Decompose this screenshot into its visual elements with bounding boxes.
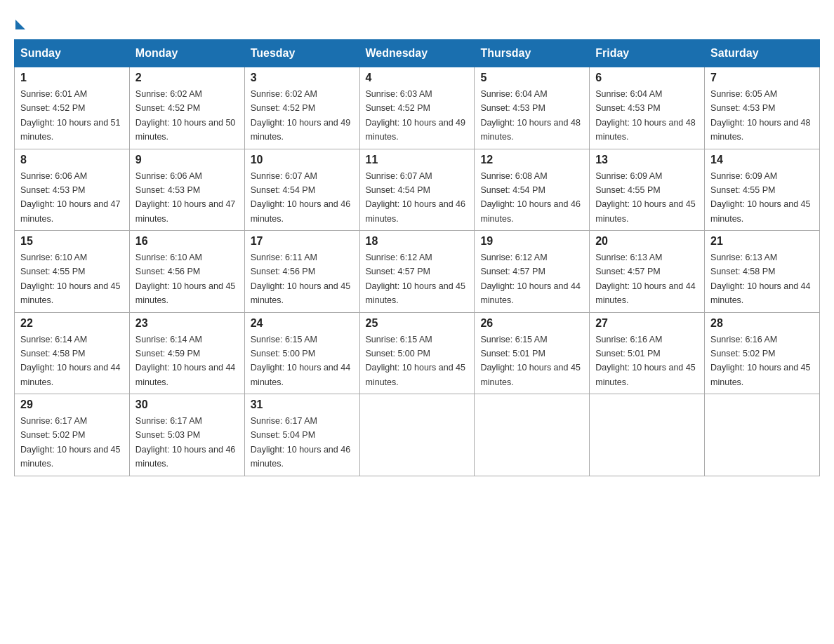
calendar-week-1: 1 Sunrise: 6:01 AMSunset: 4:52 PMDayligh… [15, 67, 820, 149]
day-info: Sunrise: 6:09 AMSunset: 4:55 PMDaylight:… [595, 171, 695, 224]
calendar-day-cell: 25 Sunrise: 6:15 AMSunset: 5:00 PMDaylig… [359, 312, 475, 394]
calendar-table: SundayMondayTuesdayWednesdayThursdayFrid… [14, 39, 820, 476]
day-info: Sunrise: 6:15 AMSunset: 5:00 PMDaylight:… [366, 335, 465, 387]
day-info: Sunrise: 6:13 AMSunset: 4:57 PMDaylight:… [595, 253, 695, 305]
day-info: Sunrise: 6:12 AMSunset: 4:57 PMDaylight:… [480, 253, 580, 305]
day-info: Sunrise: 6:03 AMSunset: 4:52 PMDaylight:… [366, 89, 465, 142]
calendar-day-cell: 6 Sunrise: 6:04 AMSunset: 4:53 PMDayligh… [590, 67, 705, 149]
header-saturday: Saturday [705, 40, 820, 67]
day-number: 25 [366, 317, 469, 330]
header-sunday: Sunday [15, 40, 130, 67]
day-info: Sunrise: 6:11 AMSunset: 4:56 PMDaylight:… [251, 253, 350, 305]
day-info: Sunrise: 6:10 AMSunset: 4:56 PMDaylight:… [135, 253, 235, 305]
header-monday: Monday [129, 40, 244, 67]
day-info: Sunrise: 6:07 AMSunset: 4:54 PMDaylight:… [251, 171, 350, 224]
calendar-day-cell: 14 Sunrise: 6:09 AMSunset: 4:55 PMDaylig… [705, 149, 820, 231]
day-number: 2 [135, 72, 239, 84]
day-info: Sunrise: 6:10 AMSunset: 4:55 PMDaylight:… [20, 253, 120, 305]
day-info: Sunrise: 6:12 AMSunset: 4:57 PMDaylight:… [366, 253, 465, 305]
day-number: 8 [20, 154, 124, 166]
day-number: 11 [366, 154, 469, 166]
day-number: 18 [366, 235, 469, 248]
day-number: 16 [135, 235, 239, 248]
calendar-day-cell: 15 Sunrise: 6:10 AMSunset: 4:55 PMDaylig… [15, 231, 130, 313]
day-number: 14 [710, 154, 814, 166]
header-thursday: Thursday [475, 40, 590, 67]
calendar-day-cell [705, 394, 820, 476]
day-number: 1 [20, 72, 124, 84]
day-number: 24 [251, 317, 354, 330]
day-number: 20 [595, 235, 699, 248]
day-number: 27 [595, 317, 699, 330]
day-number: 9 [135, 154, 239, 166]
day-info: Sunrise: 6:17 AMSunset: 5:04 PMDaylight:… [251, 416, 350, 469]
calendar-day-cell: 2 Sunrise: 6:02 AMSunset: 4:52 PMDayligh… [129, 67, 244, 149]
day-info: Sunrise: 6:04 AMSunset: 4:53 PMDaylight:… [595, 89, 695, 142]
day-info: Sunrise: 6:07 AMSunset: 4:54 PMDaylight:… [366, 171, 465, 224]
day-info: Sunrise: 6:16 AMSunset: 5:02 PMDaylight:… [710, 335, 810, 387]
calendar-day-cell: 18 Sunrise: 6:12 AMSunset: 4:57 PMDaylig… [359, 231, 475, 313]
day-number: 22 [20, 317, 124, 330]
calendar-week-4: 22 Sunrise: 6:14 AMSunset: 4:58 PMDaylig… [15, 312, 820, 394]
day-info: Sunrise: 6:13 AMSunset: 4:58 PMDaylight:… [710, 253, 810, 305]
day-number: 4 [366, 72, 469, 84]
calendar-day-cell: 16 Sunrise: 6:10 AMSunset: 4:56 PMDaylig… [129, 231, 244, 313]
calendar-day-cell: 8 Sunrise: 6:06 AMSunset: 4:53 PMDayligh… [15, 149, 130, 231]
calendar-day-cell: 1 Sunrise: 6:01 AMSunset: 4:52 PMDayligh… [15, 67, 130, 149]
day-info: Sunrise: 6:05 AMSunset: 4:53 PMDaylight:… [710, 89, 810, 142]
page-header [14, 14, 820, 25]
calendar-day-cell: 23 Sunrise: 6:14 AMSunset: 4:59 PMDaylig… [129, 312, 244, 394]
header-wednesday: Wednesday [359, 40, 475, 67]
logo-arrow-icon [15, 20, 25, 29]
calendar-day-cell: 24 Sunrise: 6:15 AMSunset: 5:00 PMDaylig… [244, 312, 359, 394]
calendar-day-cell: 26 Sunrise: 6:15 AMSunset: 5:01 PMDaylig… [475, 312, 590, 394]
calendar-week-5: 29 Sunrise: 6:17 AMSunset: 5:02 PMDaylig… [15, 394, 820, 476]
day-number: 13 [595, 154, 699, 166]
day-number: 30 [135, 398, 239, 411]
calendar-day-cell: 17 Sunrise: 6:11 AMSunset: 4:56 PMDaylig… [244, 231, 359, 313]
calendar-day-cell [475, 394, 590, 476]
day-number: 28 [710, 317, 814, 330]
day-info: Sunrise: 6:06 AMSunset: 4:53 PMDaylight:… [135, 171, 235, 224]
calendar-day-cell: 21 Sunrise: 6:13 AMSunset: 4:58 PMDaylig… [705, 231, 820, 313]
day-number: 3 [251, 72, 354, 84]
day-info: Sunrise: 6:02 AMSunset: 4:52 PMDaylight:… [135, 89, 235, 142]
logo [14, 14, 25, 25]
calendar-day-cell: 28 Sunrise: 6:16 AMSunset: 5:02 PMDaylig… [705, 312, 820, 394]
day-info: Sunrise: 6:08 AMSunset: 4:54 PMDaylight:… [480, 171, 580, 224]
day-info: Sunrise: 6:17 AMSunset: 5:02 PMDaylight:… [20, 416, 120, 469]
day-number: 7 [710, 72, 814, 84]
calendar-day-cell: 20 Sunrise: 6:13 AMSunset: 4:57 PMDaylig… [590, 231, 705, 313]
calendar-day-cell: 31 Sunrise: 6:17 AMSunset: 5:04 PMDaylig… [244, 394, 359, 476]
calendar-day-cell: 30 Sunrise: 6:17 AMSunset: 5:03 PMDaylig… [129, 394, 244, 476]
calendar-day-cell: 27 Sunrise: 6:16 AMSunset: 5:01 PMDaylig… [590, 312, 705, 394]
day-info: Sunrise: 6:01 AMSunset: 4:52 PMDaylight:… [20, 89, 120, 142]
calendar-week-3: 15 Sunrise: 6:10 AMSunset: 4:55 PMDaylig… [15, 231, 820, 313]
day-number: 23 [135, 317, 239, 330]
calendar-day-cell: 19 Sunrise: 6:12 AMSunset: 4:57 PMDaylig… [475, 231, 590, 313]
day-info: Sunrise: 6:14 AMSunset: 4:58 PMDaylight:… [20, 335, 120, 387]
day-info: Sunrise: 6:16 AMSunset: 5:01 PMDaylight:… [595, 335, 695, 387]
day-info: Sunrise: 6:15 AMSunset: 5:01 PMDaylight:… [480, 335, 580, 387]
calendar-day-cell: 4 Sunrise: 6:03 AMSunset: 4:52 PMDayligh… [359, 67, 475, 149]
header-tuesday: Tuesday [244, 40, 359, 67]
day-number: 6 [595, 72, 699, 84]
calendar-day-cell: 10 Sunrise: 6:07 AMSunset: 4:54 PMDaylig… [244, 149, 359, 231]
day-number: 19 [480, 235, 583, 248]
calendar-day-cell: 5 Sunrise: 6:04 AMSunset: 4:53 PMDayligh… [475, 67, 590, 149]
header-friday: Friday [590, 40, 705, 67]
calendar-header-row: SundayMondayTuesdayWednesdayThursdayFrid… [15, 40, 820, 67]
day-info: Sunrise: 6:09 AMSunset: 4:55 PMDaylight:… [710, 171, 810, 224]
day-number: 5 [480, 72, 583, 84]
day-info: Sunrise: 6:02 AMSunset: 4:52 PMDaylight:… [251, 89, 350, 142]
day-number: 15 [20, 235, 124, 248]
calendar-week-2: 8 Sunrise: 6:06 AMSunset: 4:53 PMDayligh… [15, 149, 820, 231]
calendar-day-cell: 29 Sunrise: 6:17 AMSunset: 5:02 PMDaylig… [15, 394, 130, 476]
calendar-day-cell: 3 Sunrise: 6:02 AMSunset: 4:52 PMDayligh… [244, 67, 359, 149]
day-number: 17 [251, 235, 354, 248]
calendar-day-cell: 11 Sunrise: 6:07 AMSunset: 4:54 PMDaylig… [359, 149, 475, 231]
day-number: 10 [251, 154, 354, 166]
day-number: 21 [710, 235, 814, 248]
day-number: 12 [480, 154, 583, 166]
calendar-day-cell: 22 Sunrise: 6:14 AMSunset: 4:58 PMDaylig… [15, 312, 130, 394]
